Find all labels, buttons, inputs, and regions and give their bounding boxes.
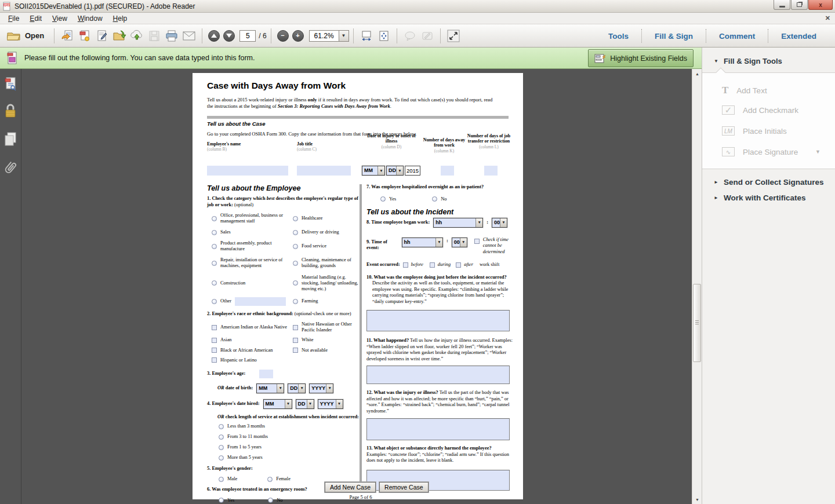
- menubar-close-icon[interactable]: ✕: [825, 14, 830, 22]
- cloud-upload-button[interactable]: [128, 28, 146, 44]
- before-checkbox[interactable]: [403, 262, 408, 268]
- radio-button[interactable]: [212, 261, 217, 266]
- signature-dropdown-icon[interactable]: ▼: [815, 149, 821, 155]
- radio-button[interactable]: [212, 244, 217, 249]
- radio-button[interactable]: [219, 455, 224, 461]
- tab-extended[interactable]: Extended: [768, 32, 829, 41]
- radio-button[interactable]: [293, 216, 298, 221]
- radio-button[interactable]: [212, 280, 217, 286]
- export-pdf-icon[interactable]: [4, 77, 17, 91]
- tab-comment[interactable]: Comment: [706, 32, 768, 41]
- time-undetermined-checkbox[interactable]: [474, 239, 480, 244]
- radio-button[interactable]: [219, 445, 224, 450]
- radio-button[interactable]: [219, 434, 224, 440]
- tab-fill-sign[interactable]: Fill & Sign: [642, 32, 706, 41]
- employee-age-field[interactable]: [259, 370, 273, 378]
- send-file-button[interactable]: [59, 28, 76, 44]
- event-hour-select[interactable]: hh▼: [402, 238, 443, 247]
- zoom-out-button[interactable]: −: [277, 30, 289, 42]
- save-to-folder-button[interactable]: [111, 28, 128, 44]
- email-button[interactable]: [180, 28, 198, 44]
- dob-month-select[interactable]: MM▼: [256, 384, 284, 393]
- injury-month-select[interactable]: MM▼: [362, 166, 385, 176]
- radio-button[interactable]: [219, 424, 224, 429]
- fullscreen-button[interactable]: [445, 28, 462, 44]
- scroll-up-button[interactable]: ▲: [692, 69, 702, 78]
- radio-button[interactable]: [432, 196, 437, 202]
- security-lock-icon[interactable]: [4, 104, 17, 119]
- highlight-existing-fields-button[interactable]: Highlight Existing Fields: [588, 49, 694, 67]
- checkbox[interactable]: [293, 325, 298, 330]
- radio-button[interactable]: [293, 261, 298, 266]
- tab-tools[interactable]: Tools: [596, 32, 641, 41]
- days-away-field[interactable]: [441, 166, 454, 176]
- job-title-field[interactable]: [297, 166, 351, 176]
- fit-width-button[interactable]: [358, 28, 375, 44]
- question-10-textarea[interactable]: [366, 310, 510, 331]
- fill-sign-tools-header[interactable]: ▼ Fill & Sign Tools: [714, 57, 782, 65]
- menu-window[interactable]: Window: [73, 13, 107, 24]
- hired-year-select[interactable]: YYYY▼: [318, 399, 343, 409]
- checkbox[interactable]: [212, 325, 217, 330]
- began-work-minute-select[interactable]: 00▼: [492, 218, 507, 228]
- radio-button[interactable]: [212, 230, 217, 235]
- other-text-field[interactable]: [235, 297, 286, 306]
- send-collect-signatures-section[interactable]: ► Send or Collect Signatures: [714, 178, 823, 187]
- menu-file[interactable]: File: [3, 13, 24, 24]
- open-button[interactable]: Open: [5, 29, 50, 43]
- print-button[interactable]: [163, 28, 180, 44]
- menu-view[interactable]: View: [48, 13, 72, 24]
- scrollbar-thumb[interactable]: [693, 284, 701, 362]
- hired-day-select[interactable]: DD▼: [296, 399, 314, 409]
- radio-button[interactable]: [212, 299, 217, 304]
- employee-name-field[interactable]: [207, 166, 288, 176]
- checkbox[interactable]: [212, 338, 217, 343]
- radio-button[interactable]: [293, 230, 298, 235]
- question-11-textarea[interactable]: [366, 366, 510, 384]
- dob-year-select[interactable]: YYYY▼: [309, 384, 333, 393]
- page-number-input[interactable]: [239, 30, 256, 42]
- hired-month-select[interactable]: MM▼: [263, 399, 292, 409]
- zoom-in-button[interactable]: +: [292, 30, 304, 42]
- radio-button[interactable]: [219, 477, 224, 482]
- vertical-scrollbar[interactable]: ▲ ▼: [692, 69, 702, 504]
- fit-page-button[interactable]: [375, 28, 393, 44]
- question-12-textarea[interactable]: [366, 418, 510, 440]
- close-button[interactable]: x: [808, 0, 833, 10]
- radio-button[interactable]: [267, 477, 273, 482]
- radio-button[interactable]: [219, 498, 224, 503]
- radio-button[interactable]: [293, 299, 298, 304]
- during-checkbox[interactable]: [430, 262, 435, 268]
- next-page-button[interactable]: [223, 30, 235, 42]
- add-new-case-button[interactable]: Add New Case: [325, 482, 376, 492]
- dob-day-select[interactable]: DD▼: [288, 384, 306, 393]
- injury-day-select[interactable]: DD▼: [386, 166, 404, 176]
- zoom-dropdown-button[interactable]: ▼: [339, 30, 349, 42]
- work-with-certificates-section[interactable]: ► Work with Certificates: [714, 193, 805, 202]
- radio-button[interactable]: [268, 498, 273, 503]
- checkbox[interactable]: [212, 357, 217, 363]
- sign-document-button[interactable]: [93, 28, 111, 44]
- checkbox[interactable]: [212, 348, 217, 353]
- scroll-down-button[interactable]: ▼: [692, 495, 702, 504]
- restore-button[interactable]: [791, 0, 808, 10]
- after-checkbox[interactable]: [456, 262, 461, 268]
- radio-button[interactable]: [380, 196, 386, 202]
- menu-help[interactable]: Help: [108, 13, 132, 24]
- previous-page-button[interactable]: [208, 30, 220, 42]
- job-transfer-days-field[interactable]: [484, 166, 498, 176]
- pages-icon[interactable]: [3, 132, 17, 147]
- minimize-button[interactable]: [774, 0, 790, 10]
- radio-button[interactable]: [212, 216, 217, 221]
- checkbox[interactable]: [293, 348, 298, 353]
- remove-case-button[interactable]: Remove Case: [379, 482, 429, 492]
- checkbox[interactable]: [293, 338, 298, 343]
- create-pdf-button[interactable]: [76, 28, 93, 44]
- radio-button[interactable]: [293, 244, 298, 249]
- event-minute-select[interactable]: 00▼: [452, 238, 467, 247]
- radio-button[interactable]: [293, 280, 298, 286]
- menu-edit[interactable]: Edit: [25, 13, 46, 24]
- zoom-level-value[interactable]: 61.2%: [309, 30, 339, 42]
- attachments-paperclip-icon[interactable]: [4, 159, 17, 176]
- began-work-hour-select[interactable]: hh▼: [433, 218, 483, 228]
